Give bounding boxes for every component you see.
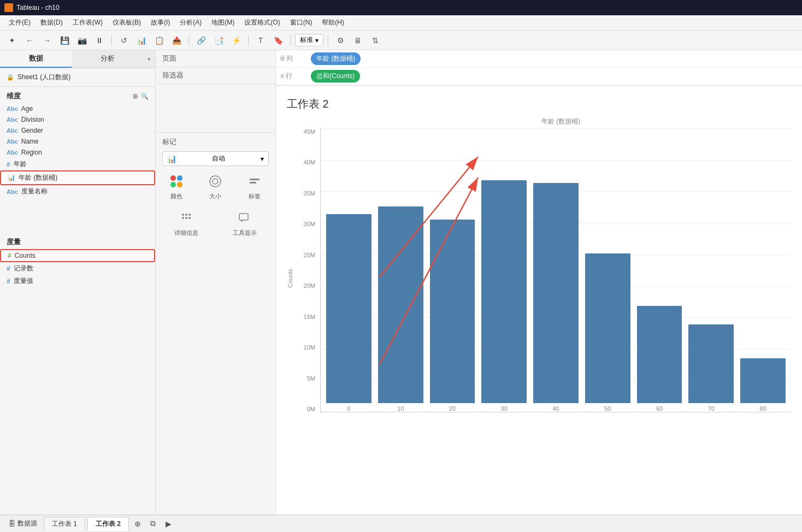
view-mode-dropdown[interactable]: 标准 ▾ [295,34,323,46]
toolbar-layout-btn[interactable]: 📋 [151,33,167,48]
y-tick-8: 5M [307,375,317,382]
bar-label-50: 50 [604,405,611,412]
marks-buttons-row2: 详细信息 工具提示 [162,209,269,237]
field-division[interactable]: Abc Division [0,114,155,125]
field-name-measure-values: 度量值 [14,276,33,286]
menu-format[interactable]: 设置格式(O) [240,17,284,28]
toolbar-chart-btn[interactable]: 📊 [134,33,149,48]
tab-analysis[interactable]: 分析 [72,50,143,68]
svg-point-4 [210,176,221,187]
marks-detail-btn[interactable]: 详细信息 [174,209,198,237]
duplicate-sheet-btn[interactable]: ⧉ [146,517,160,530]
dimensions-header: 维度 ⊞ 🔍 [0,89,155,103]
marks-label-btn[interactable]: 标签 [246,173,263,200]
toolbar-social-btn[interactable]: ⇅ [368,33,383,48]
filter-area: 筛选器 [156,67,275,133]
field-name[interactable]: Abc Name [0,136,155,147]
marks-size-btn[interactable]: 大小 [207,173,224,200]
bar-label-30: 30 [501,405,508,412]
svg-point-13 [188,217,191,219]
bar-30[interactable] [481,180,527,403]
menu-window[interactable]: 窗口(N) [286,17,317,28]
toolbar-home-btn[interactable]: ✦ [4,33,20,48]
toolbar-share-btn[interactable]: ⚙ [333,33,348,48]
window-title: Tableau - ch10 [16,4,60,11]
middle-panel: 页面 筛选器 标记 📊 自动 ▾ [156,50,276,515]
toolbar-screenshot-btn[interactable]: 📷 [74,33,90,48]
row-shelf-pill[interactable]: 总和(Counts) [311,70,360,82]
column-shelf-pill[interactable]: 年龄 (数据桶) [311,52,361,65]
toolbar-undo-btn[interactable]: ↺ [116,33,132,48]
field-measure-name[interactable]: Abc 度量名称 [0,185,155,198]
toolbar-separator-1 [111,35,112,46]
menu-dashboard[interactable]: 仪表板(B) [108,17,145,28]
toolbar-text-btn[interactable]: T [253,33,268,48]
pages-header: 页面 [156,50,275,67]
field-name-age: Age [21,105,33,113]
field-age[interactable]: Abc Age [0,103,155,114]
field-gender[interactable]: Abc Gender [0,125,155,136]
field-age-bin[interactable]: 📊 年龄 (数据桶) [0,170,155,185]
tab-worksheet2[interactable]: 工作表 2 [87,517,129,531]
field-name-age-bin: 年龄 (数据桶) [19,173,57,182]
marks-type-label: 自动 [212,154,225,163]
marks-type-dropdown[interactable]: 📊 自动 ▾ [162,151,269,166]
datasource-btn[interactable]: 🗄 数据源 [4,517,42,530]
menu-help[interactable]: 帮助(H) [317,17,349,28]
measures-section: 度量 # Counts # 记录数 # 度量值 [0,233,155,289]
dimensions-grid-icon[interactable]: ⊞ [133,93,138,100]
marks-tooltip-btn[interactable]: 工具提示 [233,209,257,237]
bar-20[interactable] [430,220,475,403]
field-age-num[interactable]: # 年龄 [0,158,155,170]
field-counts[interactable]: # Counts [0,249,155,262]
menu-story[interactable]: 故事(I) [146,17,174,28]
y-tick-9: 0M [307,406,317,412]
datasource-label: 数据源 [17,519,37,528]
field-type-icon-age-num: # [7,161,10,168]
add-sheet-btn[interactable]: ⊕ [131,517,144,530]
toolbar-forward-btn[interactable]: → [39,33,55,48]
y-tick-6: 15M [304,314,317,320]
measures-header: 度量 [0,235,155,249]
field-name-counts: Counts [15,252,36,259]
field-measure-values[interactable]: # 度量值 [0,275,155,287]
more-btn[interactable]: ▶ [162,517,175,530]
field-region[interactable]: Abc Region [0,147,155,158]
bar-50[interactable] [585,253,630,403]
menu-analysis[interactable]: 分析(A) [175,17,206,28]
filter-header: 筛选器 [156,67,275,84]
toolbar-bookmark-btn[interactable]: 🔖 [270,33,286,48]
measures-label: 度量 [7,237,21,247]
field-records[interactable]: # 记录数 [0,262,155,275]
main-layout: 数据 分析 ▾ 🔒 Sheet1 (人口数据) 维度 ⊞ 🔍 Abc Age A… [0,50,802,515]
bar-70[interactable] [688,324,734,403]
bar-0[interactable] [326,214,371,403]
menu-data[interactable]: 数据(D) [36,17,67,28]
marks-size-icon [207,173,224,190]
toolbar-settings-btn[interactable]: ⚡ [228,33,244,48]
bar-40[interactable] [533,183,579,403]
view-mode-label: 标准 [300,36,313,45]
toolbar-present-btn[interactable]: 🖥 [350,33,365,48]
toolbar-back-btn[interactable]: ← [22,33,37,48]
toolbar-export-btn[interactable]: 📤 [169,33,184,48]
menu-file[interactable]: 文件(E) [4,17,35,28]
shelf-area: iii 列 年龄 (数据桶) ≡ 行 总和(Counts) [276,50,802,86]
bar-80[interactable] [740,358,786,403]
svg-rect-14 [239,214,248,220]
tab-data[interactable]: 数据 [0,50,72,68]
toolbar-pause-btn[interactable]: ⏸ [92,33,107,48]
toolbar-pin-btn[interactable]: 📑 [211,33,226,48]
sheet-name[interactable]: Sheet1 (人口数据) [17,73,70,82]
marks-color-btn[interactable]: 颜色 [168,173,185,200]
tab-worksheet1[interactable]: 工作表 1 [44,517,85,531]
bar-10[interactable] [378,206,423,403]
toolbar-link-btn[interactable]: 🔗 [193,33,209,48]
svg-rect-7 [250,182,256,184]
menu-worksheet[interactable]: 工作表(W) [68,17,107,28]
toolbar-save-btn[interactable]: 💾 [57,33,72,48]
dimensions-search-icon[interactable]: 🔍 [141,93,149,100]
field-type-icon-measure-name: Abc [7,188,18,195]
menu-map[interactable]: 地图(M) [207,17,239,28]
bar-60[interactable] [637,306,682,403]
